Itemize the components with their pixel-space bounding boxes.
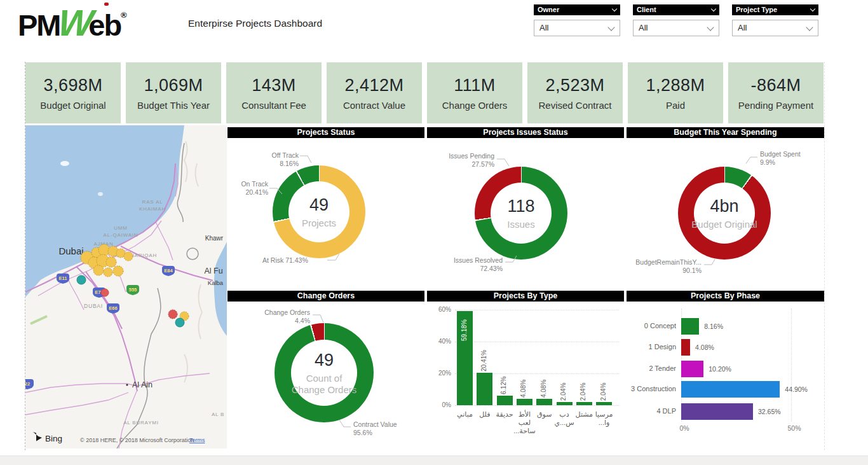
y-axis-category-label: 2 Tender (629, 364, 676, 372)
map-label: RAS AL (142, 199, 163, 205)
y-axis-tick: 0% (432, 401, 451, 408)
chevron-down-icon[interactable] (607, 24, 614, 31)
donut-data-label: Budget Spent9.9% (760, 150, 815, 166)
bar-1-design[interactable] (681, 339, 690, 356)
donut-data-label: At Risk 71.43% (262, 256, 326, 265)
donut-chart-change-orders[interactable]: 49Count of Change Orders (275, 323, 374, 422)
bar-3-construction[interactable] (681, 381, 780, 398)
bar-value-label: 2.04% (600, 374, 609, 401)
donut-center-label: Count of Change Orders (291, 373, 357, 396)
chart-title: Budget This Year Spending (627, 127, 824, 138)
logo-accent (104, 3, 109, 6)
page-title: Enterpirse Projects Dashboard (188, 18, 322, 29)
donut-data-label: Issues Resolved72.43% (444, 256, 503, 272)
slicer-owner-header[interactable]: Owner (534, 4, 620, 15)
y-axis-tick: 40% (432, 338, 451, 345)
chart-title: Projects Status (227, 127, 424, 138)
donut-data-label: On Track20.41% (233, 180, 268, 196)
y-axis-category-label: 4 DLP (629, 407, 676, 415)
bar-value-label: 4.08% (695, 344, 714, 351)
donut-data-label: Contract Value95.6% (353, 420, 412, 436)
donut-chart-projects-status[interactable]: 49Projects (273, 165, 365, 258)
kpi-value: 1,069M (144, 76, 203, 95)
svg-text:22: 22 (25, 381, 30, 387)
slicer-project-type-header[interactable]: Project Type (732, 4, 818, 15)
panel-budget-this-year-spending: Budget This Year Spending 4bnBudget Orig… (627, 127, 824, 288)
bar-6[interactable] (557, 402, 573, 405)
slicer-owner-dropdown[interactable]: All (534, 20, 620, 36)
bar-value-label: 2.04% (560, 374, 569, 401)
map-label: AL BURAYMI (123, 420, 159, 426)
kpi-card: 1,288MPaid (628, 62, 723, 123)
kpi-card: 111MChange Orders (427, 62, 522, 123)
chevron-down-icon[interactable] (810, 6, 815, 11)
kpi-value: 111M (454, 76, 496, 95)
map-label: KHAIMAH (139, 206, 166, 212)
map-label-dubai: Dubai (58, 246, 83, 256)
slicer-project-type-dropdown[interactable]: All (732, 20, 818, 36)
donut-data-label: Issues Pending27.57% (438, 152, 494, 168)
y-axis-category-label: 3 Construction (629, 385, 676, 392)
bar-4-dlp[interactable] (681, 403, 753, 420)
map-terms-link[interactable]: Terms (189, 437, 205, 443)
bar-value-label: 59.18% (461, 314, 470, 341)
bar-2[interactable] (477, 373, 492, 405)
slicer-client-dropdown[interactable]: All (633, 20, 719, 36)
kpi-value: -864M (750, 76, 801, 95)
kpi-label: Budget This Year (137, 100, 210, 111)
chart-title: Projects By Type (427, 291, 624, 302)
kpi-label: Pending Payment (738, 100, 813, 111)
chevron-down-icon[interactable] (612, 6, 617, 11)
svg-text:E66: E66 (109, 305, 117, 311)
window-bottom-strip (0, 455, 868, 465)
kpi-value: 1,288M (646, 76, 705, 95)
map-attribution: © 2018 HERE, © 2018 Microsoft Corporatio… (80, 437, 194, 443)
donut-center-value: 4bn (710, 197, 738, 216)
visual-outline-right (824, 62, 825, 450)
kpi-row: 3,698MBudget Original1,069MBudget This Y… (25, 62, 824, 123)
panel-projects-status: Projects Status 49ProjectsOff Track 8.16… (227, 127, 424, 288)
map-label: Khawr (205, 235, 224, 242)
donut-data-label: Change Orders4.4% (258, 309, 310, 324)
svg-text:E11: E11 (59, 275, 67, 281)
kpi-label: Paid (666, 100, 685, 111)
bar-5[interactable] (536, 399, 552, 405)
map-label: AL-QAIWAIN (104, 232, 139, 238)
kpi-card: 143MConsultant Fee (226, 62, 322, 123)
donut-chart-budget-this-year-spending[interactable]: 4bnBudget Original (678, 167, 771, 260)
kpi-card: 2,523MRevised Contract (527, 62, 623, 123)
panel-projects-by-type: Projects By Type 0%20%40%60%59.18%مباني2… (427, 291, 624, 453)
kpi-label: Change Orders (442, 100, 508, 111)
donut-center-label: Projects (281, 218, 357, 229)
slicer-client-header[interactable]: Client (633, 4, 719, 15)
donut-center-value: 118 (507, 197, 534, 216)
chevron-down-icon[interactable] (806, 24, 813, 31)
slicer-client: Client All (633, 4, 719, 36)
map-label: DUBAI (84, 303, 103, 309)
chevron-down-icon[interactable] (711, 6, 716, 11)
kpi-label: Contract Value (343, 100, 405, 111)
bar-7[interactable] (576, 402, 592, 405)
kpi-value: 2,523M (545, 76, 604, 95)
panel-projects-issues-status: Projects Issues Status 118IssuesIssues P… (427, 127, 624, 288)
bing-logo-text: Bing (45, 434, 62, 443)
donut-data-label: BudgetRemainThisY...90.1% (629, 258, 702, 274)
bing-map[interactable]: RAS AL KHAIMAH UMM AL-QAIWAIN AJMAN ASH … (25, 125, 227, 448)
bar-3[interactable] (497, 396, 513, 405)
x-axis-category-label: مرسياوا... (592, 410, 617, 427)
donut-chart-projects-issues-status[interactable]: 118Issues (475, 167, 567, 260)
svg-text:555: 555 (129, 287, 137, 293)
bar-0-concept[interactable] (681, 318, 699, 335)
bar-4[interactable] (517, 399, 532, 405)
y-axis-category-label: 1 Design (629, 343, 676, 350)
chevron-down-icon[interactable] (707, 24, 714, 31)
bar-2-tender[interactable] (681, 361, 703, 377)
bar-8[interactable] (596, 402, 612, 405)
bar-value-label: 4.08% (520, 371, 529, 398)
x-axis-tick: 0% (675, 424, 694, 432)
map-label: AL B (212, 412, 224, 417)
donut-center-label: Budget Original (686, 219, 763, 230)
bar-value-label: 6.12% (500, 368, 509, 394)
donut-data-label: Off Track 8.16% (252, 151, 299, 167)
svg-text:E84: E84 (164, 268, 173, 274)
